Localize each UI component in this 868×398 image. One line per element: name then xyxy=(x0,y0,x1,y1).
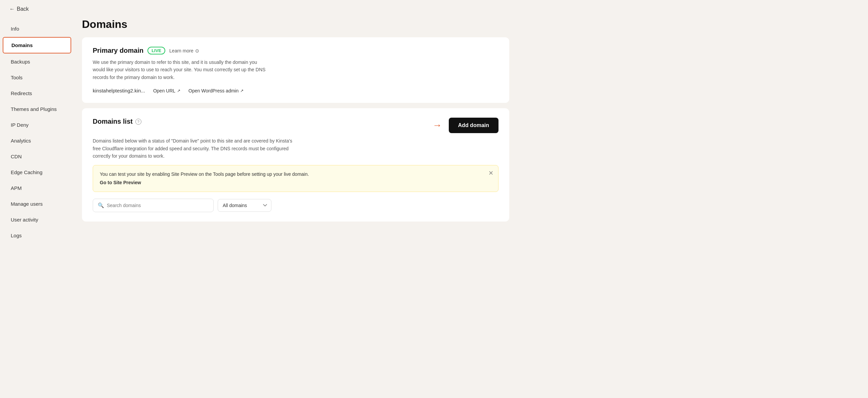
external-link-icon: ↗ xyxy=(177,88,180,93)
sidebar-item-edge-caching[interactable]: Edge Caching xyxy=(3,165,71,180)
domains-list-description: Domains listed below with a status of "D… xyxy=(93,137,294,160)
help-icon[interactable]: ? xyxy=(135,119,142,125)
filter-select[interactable]: All domains Live domains Inactive domain… xyxy=(218,199,271,212)
domains-list-title-row: Domains list ? xyxy=(93,118,142,125)
search-input[interactable] xyxy=(107,203,209,208)
back-label: Back xyxy=(17,6,29,12)
live-badge: LIVE xyxy=(148,47,165,54)
primary-domain-card: Primary domain LIVE Learn more ⊙ We use … xyxy=(82,37,509,103)
sidebar-item-info[interactable]: Info xyxy=(3,21,71,36)
domain-row: kinstahelptesting2.kin... Open URL ↗ Ope… xyxy=(93,88,498,93)
learn-more-link[interactable]: Learn more ⊙ xyxy=(169,48,199,53)
primary-domain-title: Primary domain xyxy=(93,47,144,54)
sidebar-item-themes-plugins[interactable]: Themes and Plugins xyxy=(3,102,71,117)
domains-list-title: Domains list xyxy=(93,118,133,125)
sidebar-item-redirects[interactable]: Redirects xyxy=(3,86,71,101)
sidebar-item-user-activity[interactable]: User activity xyxy=(3,212,71,227)
domains-list-card: Domains list ? → Add domain Domains list… xyxy=(82,108,509,222)
main-content: Domains Primary domain LIVE Learn more ⊙… xyxy=(74,18,517,398)
primary-domain-description: We use the primary domain to refer to th… xyxy=(93,58,268,81)
sidebar-item-cdn[interactable]: CDN xyxy=(3,149,71,164)
sidebar-item-analytics[interactable]: Analytics xyxy=(3,133,71,148)
site-preview-notice: You can test your site by enabling Site … xyxy=(93,165,498,192)
notice-text: You can test your site by enabling Site … xyxy=(100,171,491,177)
sidebar-item-logs[interactable]: Logs xyxy=(3,228,71,243)
sidebar: Info Domains Backups Tools Redirects The… xyxy=(0,18,74,398)
page-title: Domains xyxy=(82,18,509,31)
primary-domain-header: Primary domain LIVE Learn more ⊙ xyxy=(93,47,498,54)
sidebar-item-backups[interactable]: Backups xyxy=(3,54,71,69)
sidebar-item-tools[interactable]: Tools xyxy=(3,70,71,85)
search-input-wrapper: 🔍 xyxy=(93,199,214,212)
sidebar-item-apm[interactable]: APM xyxy=(3,180,71,196)
go-to-site-preview-link[interactable]: Go to Site Preview xyxy=(100,180,141,185)
search-icon: 🔍 xyxy=(98,202,104,208)
arrow-right-icon: → xyxy=(433,120,442,131)
external-link-icon-wp: ↗ xyxy=(240,88,244,93)
search-filter-row: 🔍 All domains Live domains Inactive doma… xyxy=(93,199,498,212)
sidebar-item-ip-deny[interactable]: IP Deny xyxy=(3,117,71,133)
open-wp-admin-link[interactable]: Open WordPress admin ↗ xyxy=(188,88,244,93)
open-url-link[interactable]: Open URL ↗ xyxy=(153,88,180,93)
back-arrow-icon: ← xyxy=(9,6,15,12)
notice-close-button[interactable]: ✕ xyxy=(488,169,493,177)
add-domain-button[interactable]: Add domain xyxy=(449,118,498,133)
back-button[interactable]: ← Back xyxy=(9,6,29,12)
question-circle-icon: ⊙ xyxy=(195,48,199,53)
sidebar-item-manage-users[interactable]: Manage users xyxy=(3,196,71,211)
domain-name: kinstahelptesting2.kin... xyxy=(93,88,145,93)
domains-list-header: Domains list ? → Add domain xyxy=(93,118,498,133)
sidebar-item-domains[interactable]: Domains xyxy=(3,37,71,53)
add-domain-area: → Add domain xyxy=(433,118,498,133)
